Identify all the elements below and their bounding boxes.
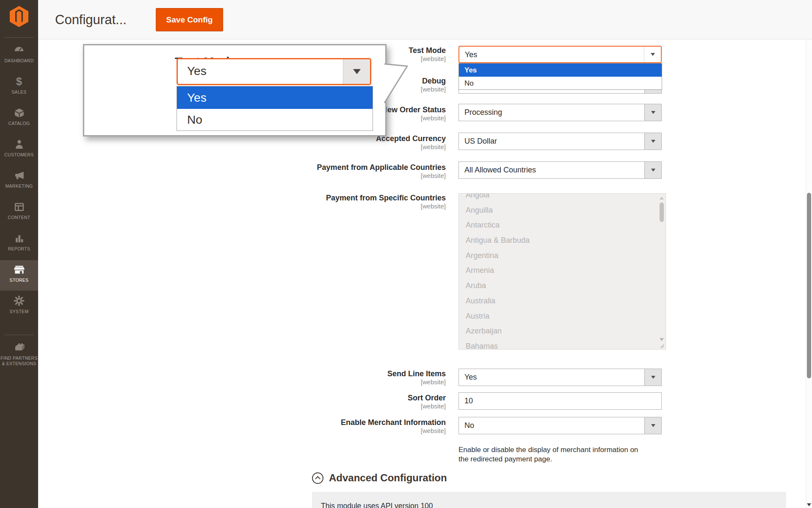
field-label-specific-countries: Payment from Specific Countries [website… [247,194,446,210]
module-comment-box: This module uses API version 100 [312,492,786,508]
sort-order-input[interactable] [458,392,662,410]
chevron-down-icon [651,424,655,427]
catalog-box-icon [13,107,25,119]
dropdown-arrow-button[interactable] [644,133,661,150]
country-option[interactable]: Australia [459,294,656,309]
country-option[interactable]: Azerbaijan [459,324,656,339]
country-option[interactable]: Anguilla [459,203,656,218]
dropdown-arrow-button[interactable] [644,417,661,434]
field-label-applicable-countries: Payment from Applicable Countries [websi… [247,164,446,179]
chevron-down-icon [651,53,655,56]
field-label-accepted-currency: Accepted Currency [website] [247,135,446,150]
magnifier-callout: Test Mode [website] Yes Yes No [83,44,387,136]
dropdown-option-no[interactable]: No [459,77,662,89]
dropdown-arrow-button[interactable] [644,47,661,62]
field-label-enable-merchant-info: Enable Merchant Information [website] [247,419,446,434]
resize-grip-icon[interactable] [660,344,664,348]
magento-logo-icon[interactable] [8,5,30,28]
page-scrollbar[interactable] [806,39,812,508]
scroll-down-icon[interactable] [660,338,664,341]
new-order-status-select[interactable]: Processing [458,104,662,121]
merchant-info-helper-text: Enable or disable the display of merchan… [458,445,641,464]
sidebar-item-marketing[interactable]: MARKETING [0,166,38,197]
sidebar-item-catalog[interactable]: CATALOG [0,103,38,134]
multiselect-scroll-thumb[interactable] [660,203,664,222]
accepted-currency-select[interactable]: US Dollar [458,133,662,150]
sidebar-label: MARKETING [5,183,33,189]
sidebar-label: SYSTEM [10,309,29,314]
dropdown-arrow-button[interactable] [644,162,661,178]
page-scroll-thumb[interactable] [807,193,811,378]
sidebar-item-sales[interactable]: $ SALES [0,72,38,103]
reports-barchart-icon [13,232,25,244]
collapse-chevron-icon[interactable] [312,472,323,484]
field-label-send-line-items: Send Line Items [website] [247,370,446,386]
enable-merchant-info-select[interactable]: No [458,417,662,434]
sidebar-label: STORES [10,278,29,283]
country-option[interactable]: Argentina [459,248,656,264]
sidebar-label: FIND PARTNERS [0,355,38,361]
scroll-down-icon[interactable] [807,503,811,506]
system-gear-icon [13,295,25,307]
dropdown-option-yes[interactable]: Yes [459,64,662,77]
applicable-countries-select[interactable]: All Allowed Countries [458,161,662,179]
country-option[interactable]: Angola [459,193,656,203]
stores-storefront-icon [13,264,25,275]
specific-countries-multiselect[interactable]: AngolaAnguillaAntarcticaAntigua & Barbud… [458,193,666,350]
sales-dollar-icon: $ [13,75,25,87]
sidebar-item-customers[interactable]: CUSTOMERS [0,135,38,165]
test-mode-select[interactable]: Yes [458,46,662,63]
dropdown-option-no[interactable]: No [177,109,373,130]
advanced-configuration-heading: Advanced Configuration [329,472,447,484]
partners-brick-icon [13,341,25,353]
customers-person-icon [13,138,25,150]
marketing-megaphone-icon [13,169,25,181]
advanced-configuration-toggle[interactable]: Advanced Configuration [312,472,447,484]
dropdown-arrow-button[interactable] [343,59,370,84]
country-option[interactable]: Bahamas [459,339,656,350]
sidebar-item-dashboard[interactable]: DASHBOARD [0,41,38,71]
country-option[interactable]: Aruba [459,278,656,294]
chevron-down-icon [651,169,655,172]
chevron-down-icon [651,111,655,114]
country-option[interactable]: Antarctica [459,218,656,233]
sidebar-label: REPORTS [8,246,30,252]
multiselect-scrollbar[interactable] [658,194,665,349]
chevron-down-icon [353,69,361,74]
dropdown-option-yes[interactable]: Yes [177,86,373,109]
sidebar-item-find-partners[interactable]: FIND PARTNERS & EXTENSIONS [0,338,38,379]
sidebar-label: DASHBOARD [4,58,33,64]
sidebar-label: CONTENT [8,215,30,220]
dashboard-gauge-icon [13,44,25,56]
admin-sidebar: DASHBOARD $ SALES CATALOG CUSTOMERS MARK… [0,0,38,508]
callout-pointer [384,62,410,105]
sidebar-divider [5,37,33,38]
chevron-down-icon [651,140,655,143]
save-config-button[interactable]: Save Config [156,8,223,31]
country-options-list: AngolaAnguillaAntarcticaAntigua & Barbud… [459,193,656,350]
scroll-up-icon[interactable] [660,197,664,200]
callout-test-mode-select[interactable]: Yes [177,58,371,85]
test-mode-dropdown-list: Yes No [458,63,662,90]
field-label-sort-order: Sort Order [website] [247,394,446,410]
send-line-items-select[interactable]: Yes [458,369,662,386]
dropdown-arrow-button[interactable] [644,369,661,386]
chevron-down-icon [651,376,655,379]
sidebar-label: & EXTENSIONS [2,361,36,366]
dropdown-arrow-button[interactable] [644,104,661,121]
sidebar-item-content[interactable]: CONTENT [0,197,38,228]
sidebar-item-reports[interactable]: REPORTS [0,229,38,259]
country-option[interactable]: Austria [459,309,656,324]
sidebar-item-system[interactable]: SYSTEM [0,291,38,322]
callout-dropdown-list: Yes No [177,86,373,131]
sidebar-label: CUSTOMERS [4,152,34,158]
page-title: Configurat... [55,0,127,39]
content-page-icon [13,201,25,213]
sidebar-label: CATALOG [8,121,30,126]
page-header: Configurat... Save Config [38,0,812,39]
country-option[interactable]: Armenia [459,263,656,278]
sidebar-label: SALES [11,89,26,95]
module-version-text: This module uses API version 100 [312,492,786,508]
sidebar-item-stores[interactable]: STORES [0,260,38,291]
country-option[interactable]: Antigua & Barbuda [459,233,656,248]
